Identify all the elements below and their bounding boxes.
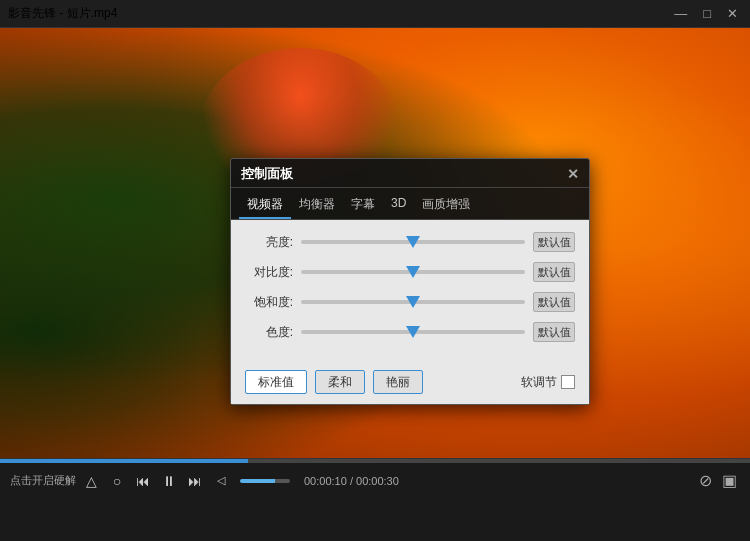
saturation-track — [301, 300, 525, 304]
brightness-slider[interactable] — [301, 233, 525, 251]
panel-close-button[interactable]: ✕ — [567, 166, 579, 182]
contrast-default[interactable]: 默认值 — [533, 262, 575, 282]
control-panel: 控制面板 ✕ 视频器 均衡器 字幕 3D 画质增强 亮度: — [230, 158, 590, 405]
brightness-row: 亮度: 默认值 — [245, 232, 575, 252]
hue-thumb[interactable] — [406, 326, 420, 338]
panel-title: 控制面板 — [241, 165, 293, 183]
time-current: 00:00:10 — [304, 475, 347, 487]
brightness-label: 亮度: — [245, 234, 293, 251]
saturation-thumb[interactable] — [406, 296, 420, 308]
saturation-row: 饱和度: 默认值 — [245, 292, 575, 312]
hue-label: 色度: — [245, 324, 293, 341]
volume-slider[interactable] — [240, 479, 290, 483]
hwdec-label[interactable]: 点击开启硬解 — [10, 473, 76, 488]
time-display: 00:00:10 / 00:00:30 — [304, 475, 399, 487]
tab-video[interactable]: 视频器 — [239, 192, 291, 219]
playlist-button[interactable]: ▣ — [719, 471, 740, 490]
tab-enhance[interactable]: 画质增强 — [414, 192, 478, 219]
video-area[interactable]: 控制面板 ✕ 视频器 均衡器 字幕 3D 画质增强 亮度: — [0, 28, 750, 458]
brightness-track — [301, 240, 525, 244]
time-total: 00:00:30 — [356, 475, 399, 487]
prev-button[interactable]: ⏮ — [132, 470, 154, 492]
tab-3d[interactable]: 3D — [383, 192, 414, 219]
hue-slider[interactable] — [301, 323, 525, 341]
panel-body: 亮度: 默认值 对比度: 默认值 饱 — [231, 220, 589, 366]
close-button[interactable]: ✕ — [723, 6, 742, 21]
contrast-thumb[interactable] — [406, 266, 420, 278]
time-separator: / — [350, 475, 353, 487]
next-button[interactable]: ⏭ — [184, 470, 206, 492]
panel-header: 控制面板 ✕ — [231, 159, 589, 188]
maximize-button[interactable]: □ — [699, 6, 715, 21]
brightness-default[interactable]: 默认值 — [533, 232, 575, 252]
brightness-thumb[interactable] — [406, 236, 420, 248]
saturation-default[interactable]: 默认值 — [533, 292, 575, 312]
contrast-row: 对比度: 默认值 — [245, 262, 575, 282]
stop-button[interactable]: ○ — [106, 470, 128, 492]
eject-button[interactable]: △ — [80, 470, 102, 492]
preset-soft-button[interactable]: 柔和 — [315, 370, 365, 394]
window-title: 影音先锋 - 短片.mp4 — [8, 5, 117, 22]
contrast-track — [301, 270, 525, 274]
minimize-button[interactable]: — — [670, 6, 691, 21]
panel-footer: 标准值 柔和 艳丽 软调节 — [231, 366, 589, 404]
preset-standard-button[interactable]: 标准值 — [245, 370, 307, 394]
title-bar: 影音先锋 - 短片.mp4 — □ ✕ — [0, 0, 750, 28]
progress-fill — [0, 459, 248, 463]
hue-track — [301, 330, 525, 334]
soft-adjust-label: 软调节 — [521, 374, 557, 391]
saturation-label: 饱和度: — [245, 294, 293, 311]
pause-button[interactable]: ⏸ — [158, 470, 180, 492]
bottom-bar: 点击开启硬解 △ ○ ⏮ ⏸ ⏭ ◁ 00:00:10 / 00:00:30 ⊘… — [0, 458, 750, 498]
controls-row: 点击开启硬解 △ ○ ⏮ ⏸ ⏭ ◁ 00:00:10 / 00:00:30 ⊘… — [0, 463, 750, 498]
soft-adjust-container: 软调节 — [521, 374, 575, 391]
preset-vivid-button[interactable]: 艳丽 — [373, 370, 423, 394]
panel-tabs: 视频器 均衡器 字幕 3D 画质增强 — [231, 188, 589, 220]
volume-down-button[interactable]: ◁ — [210, 470, 232, 492]
hue-default[interactable]: 默认值 — [533, 322, 575, 342]
soft-adjust-checkbox[interactable] — [561, 375, 575, 389]
progress-bar[interactable] — [0, 459, 750, 463]
hue-row: 色度: 默认值 — [245, 322, 575, 342]
title-controls: — □ ✕ — [670, 6, 742, 21]
loop-button[interactable]: ⊘ — [696, 471, 715, 490]
contrast-slider[interactable] — [301, 263, 525, 281]
tab-subtitle[interactable]: 字幕 — [343, 192, 383, 219]
saturation-slider[interactable] — [301, 293, 525, 311]
tab-equalizer[interactable]: 均衡器 — [291, 192, 343, 219]
contrast-label: 对比度: — [245, 264, 293, 281]
